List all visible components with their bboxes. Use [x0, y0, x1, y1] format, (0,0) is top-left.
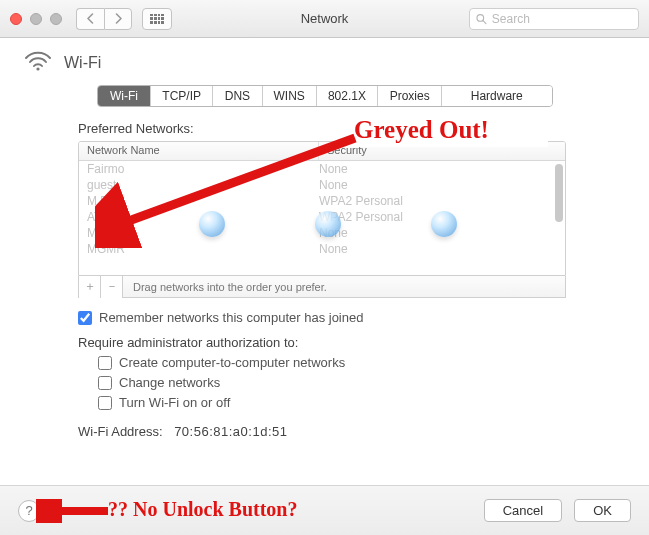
auth-change-checkbox[interactable]: Change networks	[98, 375, 591, 390]
table-row[interactable]: FairmoNone	[79, 161, 565, 177]
content-area: Wi-Fi Wi-Fi TCP/IP DNS WINS 802.1X Proxi…	[0, 38, 649, 485]
cell-security: WPA2 Personal	[319, 194, 557, 208]
svg-line-1	[483, 20, 486, 23]
table-row[interactable]: M 5GHWPA2 Personal	[79, 193, 565, 209]
auth-onoff-input[interactable]	[98, 396, 112, 410]
minimize-window-button[interactable]	[30, 13, 42, 25]
bottom-bar: ? Cancel OK	[0, 485, 649, 535]
wifi-icon	[24, 50, 52, 75]
drag-hint: Drag networks into the order you prefer.	[123, 281, 327, 293]
auth-c2c-input[interactable]	[98, 356, 112, 370]
auth-c2c-label: Create computer-to-computer networks	[119, 355, 345, 370]
cell-name: McCar	[87, 226, 319, 240]
minus-icon: －	[106, 278, 118, 295]
ok-button[interactable]: OK	[574, 499, 631, 522]
wifi-address-label: Wi-Fi Address:	[78, 424, 163, 439]
remember-networks-checkbox[interactable]: Remember networks this computer has join…	[78, 310, 591, 325]
auth-c2c-checkbox[interactable]: Create computer-to-computer networks	[98, 355, 591, 370]
col-network-name[interactable]: Network Name	[79, 142, 319, 160]
tab-bar: Wi-Fi TCP/IP DNS WINS 802.1X Proxies Har…	[97, 85, 553, 107]
cell-security: None	[319, 242, 557, 256]
grid-icon	[150, 14, 164, 24]
cell-security: None	[319, 178, 557, 192]
help-icon: ?	[25, 503, 32, 518]
plus-icon: ＋	[84, 278, 96, 295]
zoom-window-button[interactable]	[50, 13, 62, 25]
add-remove-buttons: ＋ －	[79, 276, 123, 298]
table-row[interactable]: MGMRNone	[79, 241, 565, 257]
tab-dns[interactable]: DNS	[213, 86, 263, 106]
cell-name: guest-	[87, 178, 319, 192]
remember-label: Remember networks this computer has join…	[99, 310, 363, 325]
wifi-address-value: 70:56:81:a0:1d:51	[174, 424, 287, 439]
window-controls	[10, 13, 62, 25]
svg-point-2	[36, 67, 39, 70]
window-title: Network	[301, 11, 349, 26]
auth-change-input[interactable]	[98, 376, 112, 390]
tab-hardware[interactable]: Hardware	[442, 86, 552, 106]
table-footer: ＋ － Drag networks into the order you pre…	[78, 276, 566, 298]
help-button[interactable]: ?	[18, 500, 40, 522]
cell-security: WPA2 Personal	[319, 210, 557, 224]
search-field[interactable]	[469, 8, 639, 30]
cell-name: ATT-W	[87, 210, 319, 224]
forward-button[interactable]	[104, 8, 132, 30]
chevron-right-icon	[114, 13, 123, 24]
chevron-left-icon	[86, 13, 95, 24]
titlebar: Network	[0, 0, 649, 38]
cell-security: None	[319, 226, 557, 240]
auth-onoff-checkbox[interactable]: Turn Wi-Fi on or off	[98, 395, 591, 410]
remember-checkbox-input[interactable]	[78, 311, 92, 325]
remove-network-button[interactable]: －	[101, 276, 123, 298]
tab-wins[interactable]: WINS	[263, 86, 317, 106]
tab-proxies[interactable]: Proxies	[378, 86, 442, 106]
table-body[interactable]: FairmoNone guest-None M 5GHWPA2 Personal…	[79, 161, 565, 275]
pane-header: Wi-Fi	[18, 50, 631, 75]
tab-tcpip[interactable]: TCP/IP	[151, 86, 213, 106]
cell-security: None	[319, 162, 557, 176]
add-network-button[interactable]: ＋	[79, 276, 101, 298]
search-input[interactable]	[492, 12, 632, 26]
cell-name: M 5GH	[87, 194, 319, 208]
search-icon	[476, 13, 487, 25]
back-button[interactable]	[76, 8, 104, 30]
tab-wifi[interactable]: Wi-Fi	[98, 86, 152, 106]
require-auth-label: Require administrator authorization to:	[78, 335, 591, 350]
preferred-networks-table: Network Name Security FairmoNone guest-N…	[78, 141, 566, 276]
table-row[interactable]: McCarNone	[79, 225, 565, 241]
table-row[interactable]: ATT-WWPA2 Personal	[79, 209, 565, 225]
scrollbar[interactable]	[555, 164, 563, 222]
cancel-button[interactable]: Cancel	[484, 499, 562, 522]
annotation-bg	[338, 113, 548, 147]
wifi-address-row: Wi-Fi Address: 70:56:81:a0:1d:51	[78, 424, 591, 439]
nav-back-forward	[76, 8, 132, 30]
close-window-button[interactable]	[10, 13, 22, 25]
cell-name: Fairmo	[87, 162, 319, 176]
pane-title: Wi-Fi	[64, 54, 101, 72]
show-all-prefs-button[interactable]	[142, 8, 172, 30]
tab-8021x[interactable]: 802.1X	[317, 86, 379, 106]
auth-onoff-label: Turn Wi-Fi on or off	[119, 395, 230, 410]
table-row[interactable]: guest-None	[79, 177, 565, 193]
cell-name: MGMR	[87, 242, 319, 256]
auth-change-label: Change networks	[119, 375, 220, 390]
